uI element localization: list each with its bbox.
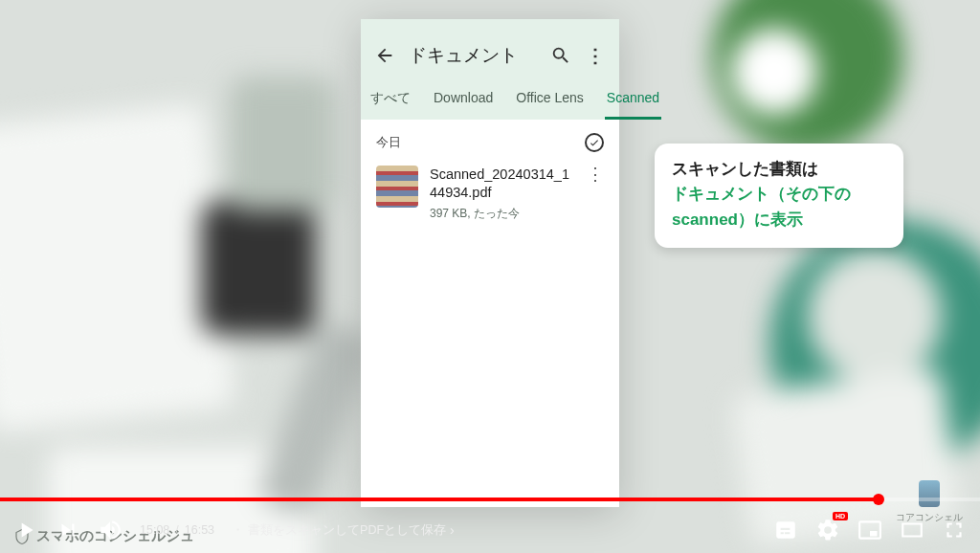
scrub-handle[interactable] [873, 494, 884, 505]
tab-officelens[interactable]: Office Lens [514, 82, 586, 120]
back-arrow-icon[interactable] [374, 45, 395, 66]
section-header: 今日 [361, 120, 619, 160]
time-current: 15:08 [140, 523, 169, 537]
callout-line1: スキャンした書類は [672, 157, 886, 182]
video-player-overlay: 15:08 / 16:53 ・書類をスキャンしてPDFとして保存 › HD [0, 498, 980, 553]
fullscreen-button[interactable] [942, 518, 967, 542]
select-toggle-icon[interactable] [585, 133, 604, 152]
video-frame: ドキュメント ⋮ すべて Download Office Lens Scanne… [0, 0, 980, 553]
time-total: 16:53 [185, 523, 214, 537]
play-button[interactable] [13, 518, 38, 542]
time-display: 15:08 / 16:53 [140, 523, 214, 537]
file-row[interactable]: Scanned_20240314_144934.pdf 397 KB, たった今… [361, 160, 619, 228]
scrub-played [0, 498, 879, 501]
volume-button[interactable] [98, 518, 122, 542]
callout-line2: ドキュメント（その下のscanned）に表示 [672, 182, 886, 232]
file-thumbnail [376, 166, 418, 208]
player-controls: 15:08 / 16:53 ・書類をスキャンしてPDFとして保存 › HD [0, 507, 980, 553]
subtitles-button[interactable] [773, 518, 798, 542]
app-title: ドキュメント [409, 43, 537, 68]
tab-all[interactable]: すべて [368, 82, 412, 120]
file-meta: 397 KB, たった今 [430, 206, 575, 222]
hd-badge: HD [833, 512, 848, 520]
search-icon[interactable] [550, 45, 571, 66]
theater-button[interactable] [900, 518, 924, 542]
more-vert-icon[interactable]: ⋮ [585, 45, 606, 66]
next-button[interactable] [56, 518, 80, 542]
settings-button[interactable]: HD [815, 518, 840, 542]
file-name: Scanned_20240314_144934.pdf [430, 166, 575, 202]
phone-screenshot: ドキュメント ⋮ すべて Download Office Lens Scanne… [361, 19, 619, 507]
section-label: 今日 [376, 134, 401, 151]
app-bar: ドキュメント ⋮ すべて Download Office Lens Scanne… [361, 19, 619, 120]
annotation-callout: スキャンした書類は ドキュメント（その下のscanned）に表示 [655, 144, 903, 248]
tab-scanned[interactable]: Scanned [605, 82, 661, 120]
file-more-icon[interactable]: ⋮ [587, 166, 604, 183]
tab-download[interactable]: Download [432, 82, 495, 120]
miniplayer-button[interactable] [858, 518, 882, 542]
chevron-right-icon: › [450, 522, 455, 538]
chapter-button[interactable]: ・書類をスキャンしてPDFとして保存 › [232, 522, 455, 539]
file-text: Scanned_20240314_144934.pdf 397 KB, たった今 [430, 166, 575, 222]
scrub-track[interactable] [0, 498, 980, 501]
tab-bar: すべて Download Office Lens Scanned [374, 75, 606, 120]
